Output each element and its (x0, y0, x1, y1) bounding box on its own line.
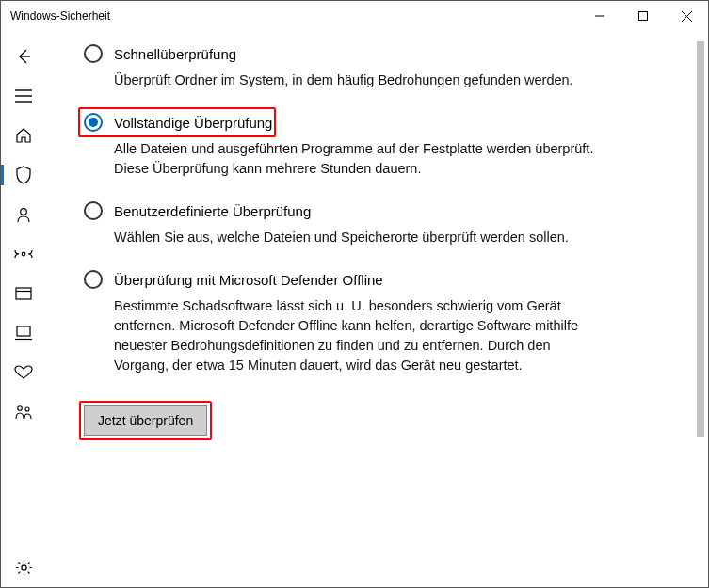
window-title: Windows-Sicherheit (10, 9, 578, 23)
svg-point-15 (25, 407, 29, 411)
option-description: Wählen Sie aus, welche Dateien und Speic… (114, 228, 604, 247)
svg-point-14 (18, 406, 23, 411)
nav-account-protection[interactable] (1, 195, 46, 234)
menu-button[interactable] (1, 76, 46, 116)
option-description: Bestimmte Schadsoftware lässt sich u. U.… (114, 296, 604, 375)
main-content: Schnellüberprüfung Überprüft Ordner im S… (46, 31, 708, 587)
nav-settings[interactable] (1, 548, 46, 587)
nav-home[interactable] (1, 116, 46, 155)
radio-icon[interactable] (84, 44, 103, 63)
minimize-button[interactable] (578, 1, 621, 31)
scan-now-button[interactable]: Jetzt überprüfen (84, 405, 207, 436)
svg-point-8 (21, 209, 27, 215)
svg-rect-10 (16, 288, 31, 299)
nav-app-browser[interactable] (1, 274, 46, 313)
scrollbar[interactable] (694, 32, 707, 586)
maximize-button[interactable] (621, 1, 665, 31)
svg-point-9 (22, 252, 25, 256)
nav-device-performance[interactable] (1, 353, 46, 392)
nav-firewall[interactable] (1, 234, 46, 274)
back-button[interactable] (1, 37, 46, 76)
svg-rect-12 (17, 326, 30, 336)
option-title: Schnellüberprüfung (114, 46, 236, 62)
option-description: Alle Dateien und ausgeführten Programme … (114, 139, 604, 179)
titlebar: Windows-Sicherheit (1, 1, 708, 31)
sidebar (1, 31, 46, 587)
scrollbar-thumb[interactable] (697, 41, 704, 437)
option-quick-scan[interactable]: Schnellüberprüfung Überprüft Ordner im S… (84, 44, 670, 90)
radio-icon[interactable] (84, 201, 103, 220)
option-title: Benutzerdefinierte Überprüfung (114, 203, 311, 219)
nav-virus-protection[interactable] (1, 155, 46, 195)
option-offline-scan[interactable]: Überprüfung mit Microsoft Defender Offli… (84, 270, 670, 375)
radio-icon[interactable] (84, 270, 103, 289)
option-description: Überprüft Ordner im System, in dem häufi… (114, 71, 604, 90)
option-title: Überprüfung mit Microsoft Defender Offli… (114, 272, 383, 288)
option-full-scan[interactable]: Vollständige Überprüfung Alle Dateien un… (84, 113, 670, 179)
svg-rect-1 (639, 12, 648, 21)
svg-point-16 (21, 564, 25, 569)
option-custom-scan[interactable]: Benutzerdefinierte Überprüfung Wählen Si… (84, 201, 670, 247)
close-button[interactable] (665, 1, 708, 31)
nav-device-security[interactable] (1, 313, 46, 353)
nav-family-options[interactable] (1, 392, 46, 432)
radio-icon[interactable] (84, 113, 103, 132)
option-title: Vollständige Überprüfung (114, 115, 272, 131)
